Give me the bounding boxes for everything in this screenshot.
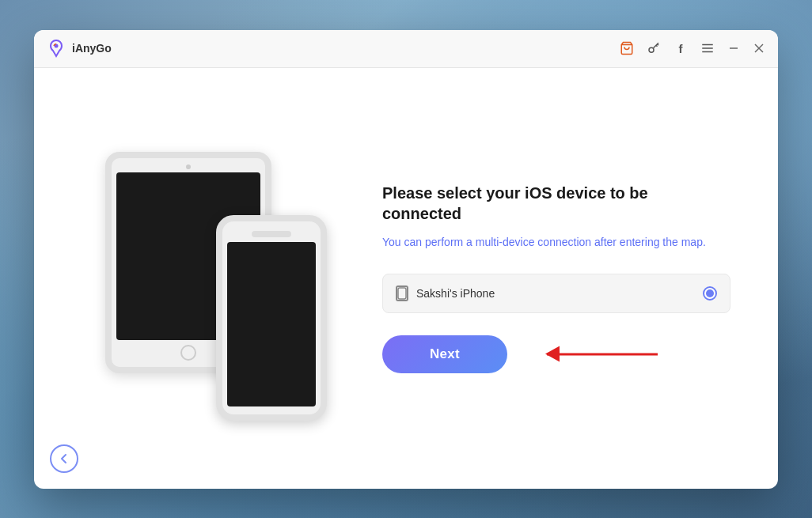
cart-icon[interactable] bbox=[620, 41, 634, 55]
device-name: Sakshi's iPhone bbox=[416, 287, 495, 300]
devices-illustration bbox=[82, 136, 351, 421]
content-area: Please select your iOS device to be conn… bbox=[34, 68, 778, 489]
phone-device bbox=[216, 215, 327, 421]
app-title: iAnyGo bbox=[72, 42, 112, 55]
page-heading: Please select your iOS device to be conn… bbox=[382, 183, 730, 224]
logo-icon bbox=[47, 39, 66, 58]
svg-point-2 bbox=[649, 47, 654, 52]
svg-rect-9 bbox=[398, 288, 406, 299]
right-section: Please select your iOS device to be conn… bbox=[351, 183, 730, 372]
titlebar: iAnyGo f bbox=[34, 30, 778, 68]
subtitle-link[interactable]: map. bbox=[681, 236, 706, 248]
radio-inner bbox=[706, 289, 714, 297]
phone-icon bbox=[396, 285, 408, 301]
device-info: Sakshi's iPhone bbox=[396, 285, 495, 301]
tablet-camera bbox=[186, 164, 191, 169]
next-button[interactable]: Next bbox=[382, 335, 507, 373]
devices-wrapper bbox=[105, 136, 327, 421]
arrow-annotation bbox=[547, 353, 658, 355]
phone-notch bbox=[252, 231, 291, 237]
arrow-line bbox=[547, 353, 658, 355]
facebook-icon[interactable]: f bbox=[674, 41, 688, 55]
device-list: Sakshi's iPhone bbox=[382, 274, 730, 313]
tablet-home-button bbox=[180, 345, 196, 361]
radio-button[interactable] bbox=[703, 286, 717, 301]
page-subtitle: You can perform a multi-device connectio… bbox=[382, 233, 730, 251]
key-icon[interactable] bbox=[647, 41, 661, 55]
device-item[interactable]: Sakshi's iPhone bbox=[382, 274, 730, 313]
main-window: iAnyGo f bbox=[34, 30, 778, 489]
menu-icon[interactable] bbox=[700, 41, 715, 55]
titlebar-actions: f bbox=[620, 41, 765, 55]
close-button[interactable] bbox=[753, 42, 765, 55]
phone-screen bbox=[227, 242, 316, 406]
back-button[interactable] bbox=[50, 444, 78, 473]
subtitle-text: You can perform a multi-device connectio… bbox=[382, 236, 678, 248]
app-logo: iAnyGo bbox=[47, 39, 112, 58]
minimize-button[interactable] bbox=[727, 42, 740, 55]
next-button-wrapper: Next bbox=[382, 335, 507, 373]
